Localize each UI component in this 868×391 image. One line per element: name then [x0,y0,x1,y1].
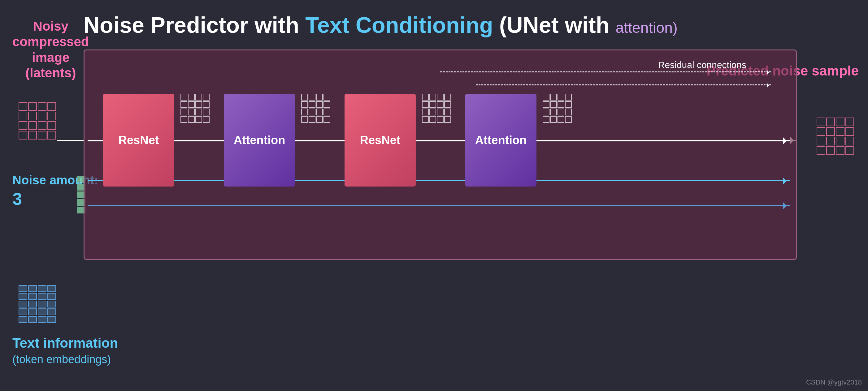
watermark: CSDN @ygtv2018 [806,378,862,386]
title-attention: attention [616,20,673,36]
title-suffix: (UNet with [493,13,616,37]
title-prefix: Noise Predictor with [84,13,305,37]
residual-arrow-2 [476,85,771,86]
title-highlight: Text Conditioning [305,13,493,37]
text-embedding-arrow [88,205,790,206]
small-grid-3 [422,94,451,123]
block-resnet-2: ResNet [344,94,416,187]
page-title: Noise Predictor with Text Conditioning (… [84,12,678,38]
grid-noisy-image [19,102,56,139]
time-embedding-arrow [88,180,790,181]
title-close: ) [673,20,678,36]
diagram-box: Residual connections ResNet [84,50,797,260]
small-grid-1 [181,94,210,123]
small-grid-4 [542,94,572,123]
residual-label: Residual connections [658,60,746,70]
label-text-information: Text information (token embeddings) [12,335,118,366]
grid-predicted-noise [816,118,854,155]
block-attention-1: Attention [224,94,295,187]
main-container: Noise Predictor with Text Conditioning (… [0,0,868,391]
block-resnet-1: ResNet [103,94,174,187]
label-noisy-image: Noisycompressedimage(latents) [12,19,89,81]
connector-left-arrow [57,140,85,141]
main-flow-arrow [88,140,790,141]
grid-text-info [19,285,56,323]
residual-arrow-1 [440,71,771,72]
small-grid-2 [301,94,330,123]
block-attention-2: Attention [465,94,536,187]
